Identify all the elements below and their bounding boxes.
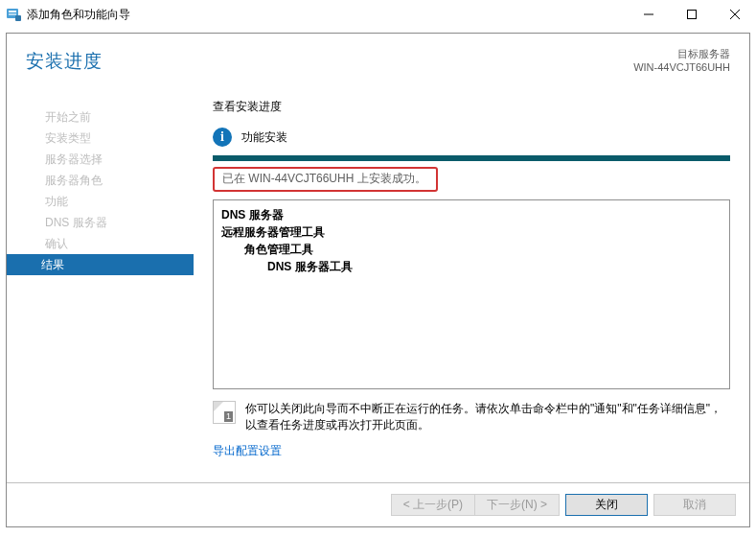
step-confirm: 确认: [7, 233, 194, 254]
wizard-frame: 安装进度 目标服务器 WIN-44VCJT66UHH 开始之前 安装类型 服务器…: [6, 33, 750, 527]
target-server-box: 目标服务器 WIN-44VCJT66UHH: [633, 47, 730, 74]
step-dns-server: DNS 服务器: [7, 212, 194, 233]
window-buttons: [627, 0, 756, 29]
svg-rect-3: [15, 15, 21, 21]
task-flag-icon: 1: [213, 401, 236, 424]
wizard-content: 查看安装进度 i 功能安装 已在 WIN-44VCJT66UHH 上安装成功。 …: [194, 97, 749, 482]
result-item: DNS 服务器工具: [221, 258, 722, 275]
step-before-begin: 开始之前: [7, 106, 194, 128]
minimize-button[interactable]: [627, 0, 670, 29]
wizard-body: 开始之前 安装类型 服务器选择 服务器角色 功能 DNS 服务器 确认 结果 查…: [7, 97, 749, 482]
result-item: 远程服务器管理工具: [221, 223, 722, 241]
svg-rect-2: [9, 13, 16, 15]
target-server-name: WIN-44VCJT66UHH: [633, 60, 730, 74]
step-features: 功能: [7, 191, 194, 212]
window-title: 添加角色和功能向导: [27, 7, 627, 23]
previous-button: < 上一步(P): [391, 494, 474, 516]
note-row: 1 你可以关闭此向导而不中断正在运行的任务。请依次单击命令栏中的"通知"和"任务…: [213, 401, 730, 433]
status-text: 功能安装: [241, 129, 287, 146]
wizard-header: 安装进度 目标服务器 WIN-44VCJT66UHH: [7, 34, 749, 97]
step-install-type: 安装类型: [7, 128, 194, 149]
info-icon: i: [213, 128, 232, 147]
step-results: 结果: [7, 254, 194, 275]
result-item: DNS 服务器: [221, 206, 722, 223]
svg-rect-4: [687, 11, 696, 19]
svg-rect-1: [9, 11, 16, 12]
maximize-button[interactable]: [670, 0, 713, 29]
close-wizard-button[interactable]: 关闭: [565, 494, 648, 516]
result-item: 角色管理工具: [221, 241, 722, 258]
titlebar: 添加角色和功能向导: [0, 0, 756, 29]
target-server-label: 目标服务器: [633, 47, 730, 60]
step-server-roles: 服务器角色: [7, 170, 194, 191]
results-panel: DNS 服务器 远程服务器管理工具 角色管理工具 DNS 服务器工具: [213, 199, 730, 389]
progress-bar: [213, 155, 730, 161]
close-button[interactable]: [713, 0, 756, 29]
status-row: i 功能安装: [213, 125, 730, 150]
app-icon: [6, 7, 21, 22]
cancel-button: 取消: [653, 494, 736, 516]
note-text: 你可以关闭此向导而不中断正在运行的任务。请依次单击命令栏中的"通知"和"任务详细…: [245, 401, 730, 433]
wizard-sidebar: 开始之前 安装类型 服务器选择 服务器角色 功能 DNS 服务器 确认 结果: [7, 97, 194, 482]
nav-button-group: < 上一步(P) 下一步(N) >: [391, 494, 560, 516]
wizard-footer: < 上一步(P) 下一步(N) > 关闭 取消: [7, 482, 749, 526]
next-button: 下一步(N) >: [474, 494, 560, 516]
page-title: 安装进度: [26, 49, 730, 74]
export-settings-link[interactable]: 导出配置设置: [213, 443, 282, 459]
step-server-select: 服务器选择: [7, 149, 194, 170]
view-progress-label: 查看安装进度: [213, 99, 730, 115]
success-message: 已在 WIN-44VCJT66UHH 上安装成功。: [213, 167, 438, 192]
